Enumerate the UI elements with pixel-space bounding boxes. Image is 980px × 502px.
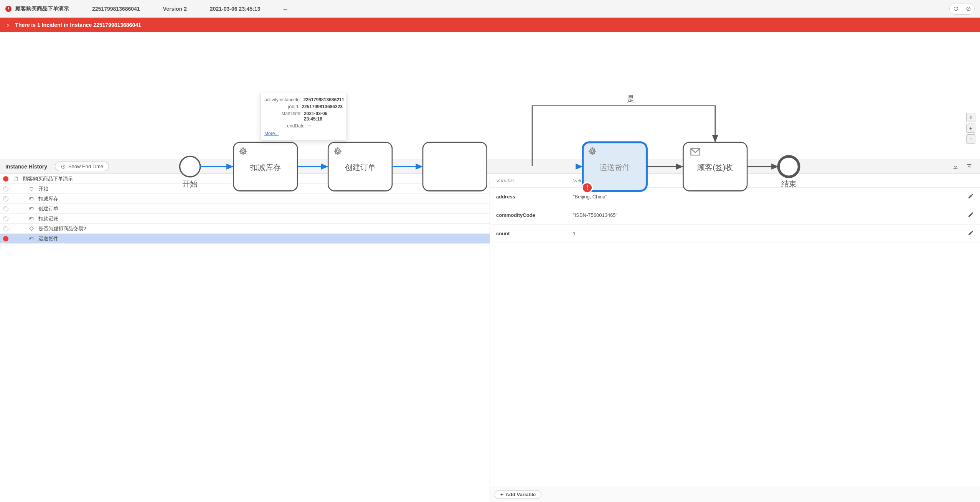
bpmn-start-label: 开始	[182, 180, 198, 188]
retry-icon	[953, 6, 959, 12]
add-variable-button[interactable]: + Add Variable	[495, 490, 541, 499]
bpmn-diagram[interactable]: 开始 扣减库存 创建订单 是 运送货件 ! 顾客(签)收 结束	[0, 32, 980, 159]
bpmn-end-label: 结束	[781, 180, 797, 188]
reset-view-button[interactable]	[966, 113, 975, 122]
bpmn-start-event[interactable]	[180, 156, 200, 177]
gateway-yes-label: 是	[627, 94, 635, 103]
svg-point-5	[970, 117, 971, 118]
zoom-out-button[interactable]: −	[966, 134, 975, 144]
cancel-button[interactable]	[962, 3, 974, 14]
activity-tooltip: activityInstanceId:2251799813686211jobId…	[260, 93, 347, 140]
cancel-icon	[966, 6, 971, 12]
instance-header: ! 顾客购买商品下单演示 2251799813686041 Version 2 …	[0, 0, 980, 18]
retry-button[interactable]	[950, 3, 962, 14]
tooltip-more-link[interactable]: More...	[264, 131, 279, 136]
ok-status-icon	[3, 206, 8, 211]
bpmn-end-event[interactable]	[779, 156, 799, 177]
ok-status-icon	[3, 216, 8, 221]
plus-icon: +	[500, 492, 503, 497]
process-name: 顾客购买商品下单演示	[15, 5, 69, 12]
header-action-group	[949, 3, 975, 15]
svg-text:!: !	[586, 184, 589, 191]
incident-icon: !	[5, 6, 12, 12]
start-time: 2021-03-06 23:45:13	[210, 6, 261, 12]
ok-status-icon	[3, 226, 8, 231]
ok-status-icon	[3, 196, 8, 201]
end-time: --	[283, 6, 287, 12]
zoom-in-button[interactable]: +	[966, 124, 975, 133]
bpmn-task-debit[interactable]	[423, 142, 487, 191]
incident-banner[interactable]: › There is 1 Incident in Instance 225179…	[0, 18, 980, 32]
incident-banner-text: There is 1 Incident in Instance 22517998…	[15, 22, 141, 28]
bpmn-task5-label: 顾客(签)收	[697, 163, 733, 172]
crosshair-icon	[969, 115, 973, 120]
diagram-zoom-controls: + −	[966, 113, 975, 144]
ok-status-icon	[3, 186, 8, 192]
bpmn-task4-label: 运送货件	[599, 163, 630, 172]
instance-id: 2251799813686041	[92, 6, 140, 12]
bpmn-task1-label: 扣减库存	[250, 163, 281, 172]
process-version: Version 2	[163, 6, 187, 12]
bpmn-canvas: 开始 扣减库存 创建订单 是 运送货件 ! 顾客(签)收 结束	[0, 32, 980, 243]
bpmn-task2-label: 创建订单	[345, 163, 376, 172]
chevron-right-icon: ›	[7, 21, 9, 28]
